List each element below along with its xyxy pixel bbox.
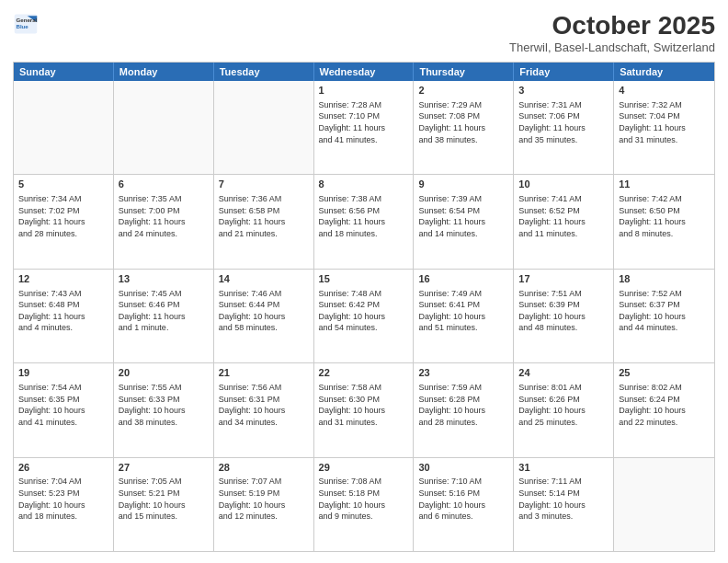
day-info: Sunrise: 7:51 AM Sunset: 6:39 PM Dayligh…	[518, 288, 609, 334]
day-number: 24	[518, 366, 609, 380]
day-cell-13: 13Sunrise: 7:45 AM Sunset: 6:46 PM Dayli…	[114, 270, 214, 362]
day-number: 5	[18, 178, 108, 191]
empty-cell-0-2	[214, 81, 314, 174]
day-number: 2	[418, 84, 508, 98]
day-info: Sunrise: 7:42 AM Sunset: 6:50 PM Dayligh…	[619, 193, 710, 239]
day-info: Sunrise: 7:43 AM Sunset: 6:48 PM Dayligh…	[18, 288, 108, 334]
day-cell-8: 8Sunrise: 7:38 AM Sunset: 6:56 PM Daylig…	[314, 175, 415, 268]
day-info: Sunrise: 7:54 AM Sunset: 6:35 PM Dayligh…	[18, 382, 108, 428]
day-cell-24: 24Sunrise: 8:01 AM Sunset: 6:26 PM Dayli…	[514, 363, 614, 456]
empty-cell-0-0	[14, 81, 114, 174]
svg-text:Blue: Blue	[17, 23, 29, 29]
logo: General Blue	[13, 11, 39, 37]
day-number: 21	[219, 366, 309, 380]
day-info: Sunrise: 7:45 AM Sunset: 6:46 PM Dayligh…	[119, 288, 209, 334]
day-cell-11: 11Sunrise: 7:42 AM Sunset: 6:50 PM Dayli…	[614, 175, 714, 268]
day-number: 12	[18, 272, 108, 286]
day-info: Sunrise: 7:55 AM Sunset: 6:33 PM Dayligh…	[119, 382, 209, 428]
header: General Blue October 2025 Therwil, Basel…	[13, 11, 715, 54]
week-row-2: 5Sunrise: 7:34 AM Sunset: 7:02 PM Daylig…	[14, 174, 714, 268]
week-row-3: 12Sunrise: 7:43 AM Sunset: 6:48 PM Dayli…	[14, 269, 714, 362]
day-number: 13	[119, 272, 209, 286]
day-info: Sunrise: 7:05 AM Sunset: 5:21 PM Dayligh…	[119, 476, 209, 522]
day-info: Sunrise: 7:31 AM Sunset: 7:06 PM Dayligh…	[518, 99, 609, 145]
day-cell-9: 9Sunrise: 7:39 AM Sunset: 6:54 PM Daylig…	[414, 175, 514, 268]
header-friday: Friday	[514, 63, 614, 81]
day-info: Sunrise: 7:32 AM Sunset: 7:04 PM Dayligh…	[619, 99, 710, 145]
day-cell-2: 2Sunrise: 7:29 AM Sunset: 7:08 PM Daylig…	[414, 81, 514, 174]
header-tuesday: Tuesday	[214, 63, 314, 81]
day-info: Sunrise: 7:49 AM Sunset: 6:41 PM Dayligh…	[418, 288, 508, 334]
day-number: 28	[219, 461, 309, 475]
day-number: 23	[418, 366, 508, 380]
day-number: 26	[18, 461, 108, 475]
day-info: Sunrise: 8:01 AM Sunset: 6:26 PM Dayligh…	[518, 382, 609, 428]
subtitle: Therwil, Basel-Landschaft, Switzerland	[509, 40, 715, 54]
day-number: 25	[619, 366, 710, 380]
header-sunday: Sunday	[14, 63, 114, 81]
day-cell-12: 12Sunrise: 7:43 AM Sunset: 6:48 PM Dayli…	[14, 270, 114, 362]
day-cell-1: 1Sunrise: 7:28 AM Sunset: 7:10 PM Daylig…	[314, 81, 415, 174]
day-info: Sunrise: 7:28 AM Sunset: 7:10 PM Dayligh…	[319, 99, 409, 145]
day-number: 8	[319, 178, 409, 191]
day-number: 20	[119, 366, 209, 380]
day-number: 14	[219, 272, 309, 286]
header-saturday: Saturday	[614, 63, 714, 81]
page: General Blue October 2025 Therwil, Basel…	[0, 0, 728, 563]
day-cell-23: 23Sunrise: 7:59 AM Sunset: 6:28 PM Dayli…	[414, 363, 514, 456]
day-number: 11	[619, 178, 710, 191]
day-info: Sunrise: 7:59 AM Sunset: 6:28 PM Dayligh…	[418, 382, 508, 428]
day-number: 16	[418, 272, 508, 286]
header-wednesday: Wednesday	[314, 63, 415, 81]
day-number: 6	[119, 178, 209, 191]
day-info: Sunrise: 7:46 AM Sunset: 6:44 PM Dayligh…	[219, 288, 309, 334]
day-number: 31	[518, 461, 609, 475]
day-info: Sunrise: 7:56 AM Sunset: 6:31 PM Dayligh…	[219, 382, 309, 428]
day-info: Sunrise: 7:35 AM Sunset: 7:00 PM Dayligh…	[119, 193, 209, 239]
week-row-1: 1Sunrise: 7:28 AM Sunset: 7:10 PM Daylig…	[14, 81, 714, 174]
day-cell-28: 28Sunrise: 7:07 AM Sunset: 5:19 PM Dayli…	[214, 458, 314, 551]
day-number: 4	[619, 84, 710, 98]
day-cell-5: 5Sunrise: 7:34 AM Sunset: 7:02 PM Daylig…	[14, 175, 114, 268]
day-cell-31: 31Sunrise: 7:11 AM Sunset: 5:14 PM Dayli…	[514, 458, 614, 551]
calendar-header: Sunday Monday Tuesday Wednesday Thursday…	[14, 63, 714, 81]
svg-text:General: General	[17, 17, 38, 23]
day-info: Sunrise: 7:41 AM Sunset: 6:52 PM Dayligh…	[518, 193, 609, 239]
title-block: October 2025 Therwil, Basel-Landschaft, …	[509, 11, 715, 54]
day-number: 27	[119, 461, 209, 475]
day-info: Sunrise: 7:29 AM Sunset: 7:08 PM Dayligh…	[418, 99, 508, 145]
day-cell-10: 10Sunrise: 7:41 AM Sunset: 6:52 PM Dayli…	[514, 175, 614, 268]
day-number: 7	[219, 178, 309, 191]
day-info: Sunrise: 7:07 AM Sunset: 5:19 PM Dayligh…	[219, 476, 309, 522]
day-cell-6: 6Sunrise: 7:35 AM Sunset: 7:00 PM Daylig…	[114, 175, 214, 268]
day-cell-19: 19Sunrise: 7:54 AM Sunset: 6:35 PM Dayli…	[14, 363, 114, 456]
day-info: Sunrise: 7:04 AM Sunset: 5:23 PM Dayligh…	[18, 476, 108, 522]
day-info: Sunrise: 7:11 AM Sunset: 5:14 PM Dayligh…	[518, 476, 609, 522]
day-number: 10	[518, 178, 609, 191]
day-info: Sunrise: 7:39 AM Sunset: 6:54 PM Dayligh…	[418, 193, 508, 239]
header-monday: Monday	[114, 63, 214, 81]
day-cell-20: 20Sunrise: 7:55 AM Sunset: 6:33 PM Dayli…	[114, 363, 214, 456]
day-info: Sunrise: 8:02 AM Sunset: 6:24 PM Dayligh…	[619, 382, 710, 428]
day-cell-16: 16Sunrise: 7:49 AM Sunset: 6:41 PM Dayli…	[414, 270, 514, 362]
day-cell-30: 30Sunrise: 7:10 AM Sunset: 5:16 PM Dayli…	[414, 458, 514, 551]
calendar-body: 1Sunrise: 7:28 AM Sunset: 7:10 PM Daylig…	[14, 81, 714, 551]
day-number: 1	[319, 84, 409, 98]
day-cell-26: 26Sunrise: 7:04 AM Sunset: 5:23 PM Dayli…	[14, 458, 114, 551]
empty-cell-0-1	[114, 81, 214, 174]
day-cell-14: 14Sunrise: 7:46 AM Sunset: 6:44 PM Dayli…	[214, 270, 314, 362]
day-info: Sunrise: 7:34 AM Sunset: 7:02 PM Dayligh…	[18, 193, 108, 239]
day-cell-15: 15Sunrise: 7:48 AM Sunset: 6:42 PM Dayli…	[314, 270, 415, 362]
day-number: 9	[418, 178, 508, 191]
day-number: 30	[418, 461, 508, 475]
day-number: 17	[518, 272, 609, 286]
empty-cell-4-6	[614, 458, 714, 551]
day-cell-25: 25Sunrise: 8:02 AM Sunset: 6:24 PM Dayli…	[614, 363, 714, 456]
day-info: Sunrise: 7:38 AM Sunset: 6:56 PM Dayligh…	[319, 193, 409, 239]
day-cell-18: 18Sunrise: 7:52 AM Sunset: 6:37 PM Dayli…	[614, 270, 714, 362]
day-number: 22	[319, 366, 409, 380]
logo-icon: General Blue	[13, 11, 39, 37]
day-info: Sunrise: 7:36 AM Sunset: 6:58 PM Dayligh…	[219, 193, 309, 239]
day-cell-21: 21Sunrise: 7:56 AM Sunset: 6:31 PM Dayli…	[214, 363, 314, 456]
day-number: 18	[619, 272, 710, 286]
